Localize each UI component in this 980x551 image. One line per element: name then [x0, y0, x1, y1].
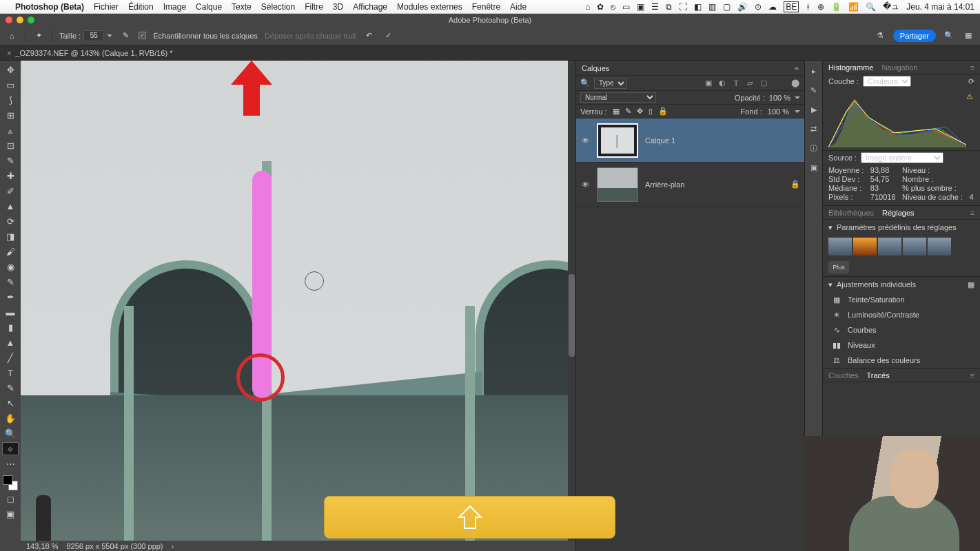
tray-icon[interactable]: ⌂ — [585, 2, 590, 12]
tray-icon[interactable]: ▣ — [637, 2, 644, 12]
preset-thumb[interactable] — [853, 238, 877, 256]
layer-name[interactable]: Arrière-plan — [645, 180, 684, 189]
tool-preset-icon[interactable]: ✦ — [32, 30, 45, 42]
tray-icon[interactable]: ✿ — [597, 2, 604, 12]
layer-row[interactable]: 👁 Arrière-plan 🔒 — [576, 163, 804, 207]
tray-icon[interactable]: ☁ — [768, 2, 777, 12]
channel-select[interactable]: Couleurs — [863, 76, 911, 87]
adjust-curves[interactable]: ∿Courbes — [823, 322, 980, 337]
menu-file[interactable]: Fichier — [94, 2, 119, 12]
gradient-tool[interactable]: 🖌 — [2, 245, 19, 258]
menu-window[interactable]: Fenêtre — [472, 2, 500, 12]
adjust-color-balance[interactable]: ⚖Balance des couleurs — [823, 353, 980, 368]
tray-icon[interactable]: ▥ — [708, 2, 716, 12]
healing-tool[interactable]: ✚ — [2, 169, 19, 183]
preset-thumb[interactable] — [828, 238, 852, 256]
control-center-icon[interactable]: �ュ — [883, 1, 899, 12]
move-tool[interactable]: ✥ — [2, 63, 19, 76]
filter-search-icon[interactable]: 🔍 — [580, 79, 590, 87]
brush-tool[interactable]: ✐ — [2, 185, 19, 198]
preset-thumb[interactable] — [928, 238, 951, 256]
lock-pixels-icon[interactable]: ✎ — [625, 107, 631, 116]
layers-tab[interactable]: Calques — [582, 64, 609, 72]
eraser-tool[interactable]: ◨ — [2, 230, 19, 243]
home-icon[interactable]: ⌂ — [6, 30, 18, 42]
lang-indicator[interactable]: BE — [784, 1, 799, 12]
histogram-tab[interactable]: Histogramme — [828, 63, 873, 72]
screen-mode-icon[interactable]: ▣ — [2, 508, 19, 521]
sample-all-checkbox[interactable]: ✓ — [139, 32, 146, 39]
direct-select-tool[interactable]: ↖ — [2, 397, 19, 410]
line-tool[interactable]: ╱ — [2, 351, 19, 364]
commit-icon[interactable]: ✓ — [382, 30, 395, 42]
bluetooth-icon[interactable]: ᚼ — [806, 2, 810, 12]
info-icon[interactable]: ⓘ — [808, 142, 820, 154]
opacity-dropdown-icon[interactable] — [795, 96, 800, 99]
adjust-icon[interactable]: ⇄ — [808, 123, 820, 135]
navigation-tab[interactable]: Navigation — [881, 63, 917, 72]
tray-icon[interactable]: ◧ — [694, 2, 702, 12]
tray-icon[interactable]: ⛶ — [679, 2, 687, 12]
menu-text[interactable]: Texte — [232, 2, 252, 12]
edit-toolbar[interactable]: ⋯ — [2, 457, 19, 470]
paths-tab[interactable]: Tracés — [866, 371, 889, 380]
tray-icon[interactable]: ⎋ — [611, 2, 615, 12]
presets-header[interactable]: ▾Paramètres prédéfinis des réglages — [823, 220, 980, 235]
adjust-levels[interactable]: ▮▮Niveaux — [823, 337, 980, 353]
tray-icon[interactable]: ⊙ — [755, 2, 762, 12]
document-canvas[interactable] — [21, 61, 568, 547]
panel-menu-icon[interactable]: ≡ — [970, 371, 974, 380]
battery-icon[interactable]: 🔋 — [831, 2, 841, 12]
undo-stroke-icon[interactable]: ↶ — [363, 30, 376, 42]
wifi-icon[interactable]: 📶 — [848, 2, 859, 12]
marquee-tool[interactable]: ▭ — [2, 79, 19, 92]
warning-icon[interactable]: ⚠ — [966, 92, 973, 101]
filter-toggle-icon[interactable]: ⬤ — [790, 79, 800, 88]
tray-icon[interactable]: ⊕ — [817, 2, 824, 12]
triangle-tool[interactable]: ▲ — [2, 336, 19, 349]
preset-thumb[interactable] — [903, 238, 926, 256]
brush-size-control[interactable]: Taille : — [59, 30, 112, 41]
tray-icon[interactable]: ☰ — [651, 2, 659, 12]
quick-mask-icon[interactable]: ◻ — [2, 492, 19, 506]
menu-view[interactable]: Affichage — [353, 2, 387, 12]
layer-name[interactable]: Calque 1 — [645, 136, 675, 145]
search-icon[interactable]: 🔍 — [943, 30, 955, 42]
libraries-tab[interactable]: Bibliothèques — [828, 209, 874, 217]
clock[interactable]: Jeu. 4 mai à 14:01 — [906, 2, 974, 12]
menu-plugins[interactable]: Modules externes — [397, 2, 462, 12]
channels-tab[interactable]: Couches — [828, 371, 858, 380]
panel-menu-icon[interactable]: ≡ — [795, 64, 799, 72]
filter-smart-icon[interactable]: ▢ — [759, 79, 768, 88]
refresh-icon[interactable]: ⟳ — [968, 77, 974, 86]
stamp-tool[interactable]: ▲ — [2, 200, 19, 213]
lock-position-icon[interactable]: ✥ — [637, 107, 643, 116]
type-tool[interactable]: T — [2, 366, 19, 380]
tray-icon[interactable]: ▭ — [622, 2, 630, 12]
menu-filter[interactable]: Filtre — [305, 2, 323, 12]
layer-row[interactable]: 👁 Calque 1 — [576, 118, 804, 163]
doc-dimensions[interactable]: 8256 px x 5504 px (300 ppp) — [66, 542, 163, 550]
menu-selection[interactable]: Sélection — [261, 2, 295, 12]
search-icon[interactable]: 🔍 — [866, 2, 876, 12]
layer-thumbnail[interactable] — [597, 167, 638, 202]
lock-all-icon[interactable]: 🔒 — [658, 107, 668, 116]
tray-icon[interactable]: ⧉ — [666, 2, 672, 12]
menu-3d[interactable]: 3D — [333, 2, 343, 12]
menu-help[interactable]: Aide — [510, 2, 527, 12]
lock-artboard-icon[interactable]: ▯ — [649, 107, 653, 116]
pen-tool[interactable]: ✒ — [2, 291, 19, 304]
adjust-brightness[interactable]: ☀Luminosité/Contraste — [823, 307, 980, 322]
quick-select-tool[interactable]: ⊞ — [2, 109, 19, 122]
adjust-hue-sat[interactable]: ▦Teinte/Saturation — [823, 292, 980, 307]
canvas-scrollbar[interactable] — [568, 61, 575, 551]
blend-mode-select[interactable]: Normal — [580, 92, 656, 103]
status-chevron-icon[interactable]: › — [172, 542, 174, 550]
panel-menu-icon[interactable]: ≡ — [970, 63, 974, 72]
zoom-value[interactable]: 143,18 % — [26, 542, 58, 550]
eyedropper-tool[interactable]: ✎ — [2, 154, 19, 167]
menu-layer[interactable]: Calque — [196, 2, 222, 12]
lasso-tool[interactable]: ⟆ — [2, 94, 19, 107]
visibility-icon[interactable]: 👁 — [580, 136, 590, 145]
share-button[interactable]: Partager — [893, 30, 936, 42]
